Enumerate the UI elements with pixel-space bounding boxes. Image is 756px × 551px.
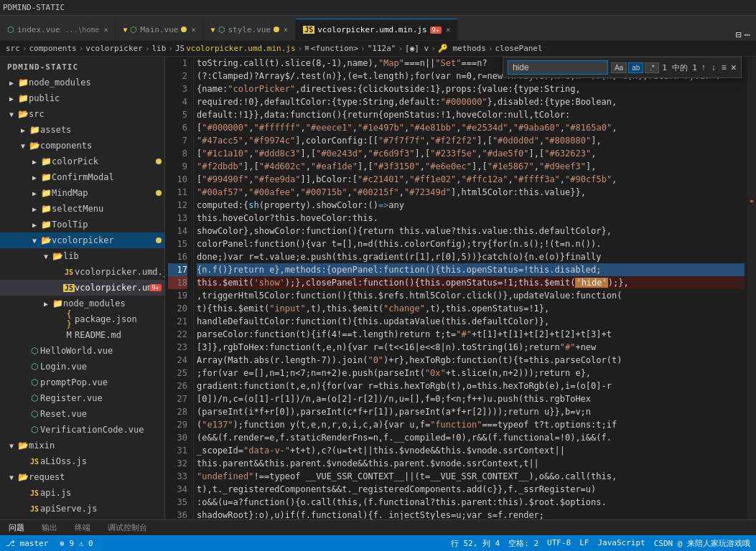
sidebar-item-request-folder[interactable]: ▼ 📂 request xyxy=(0,469,164,485)
js-file-icon: JS xyxy=(29,505,40,513)
feedback[interactable]: CSDN @ 来陪人家玩游戏哦 xyxy=(654,538,750,549)
code-line: colorPanel:function(){var t=[],n=d(this.… xyxy=(197,237,745,250)
sidebar-item-components[interactable]: ▼ 📂 components xyxy=(0,138,164,154)
vue-file-icon: ⬡ xyxy=(29,409,40,419)
sidebar-item-confirmmodal[interactable]: ▶ 📁 ConfirmModal xyxy=(0,169,164,185)
split-editor-icon[interactable]: ⊟ xyxy=(735,29,741,40)
status-bar: ⎇ master ⊗ 9 ⚠ 0 行 52, 列 4 空格: 2 UTF-8 L… xyxy=(0,535,756,551)
sidebar-item-label: lib xyxy=(63,251,164,261)
sidebar-item-lib[interactable]: ▼ 📂 lib xyxy=(0,248,164,264)
code-line: (e&&(f.render=e,f.staticRenderFns=n,f.__… xyxy=(197,431,745,444)
folder-open-icon: 📂 xyxy=(52,251,63,261)
sidebar-item-home[interactable]: JS home.js xyxy=(0,517,164,519)
code-line: default:!1}},data:function(){return{open… xyxy=(197,108,745,121)
panel-tab-debug[interactable]: 调试控制台 xyxy=(99,520,156,536)
find-close-button[interactable]: × xyxy=(731,62,737,73)
sidebar-item-colorpick[interactable]: ▶ 📁 colorPick xyxy=(0,154,164,169)
panel-tab-terminal[interactable]: 终端 xyxy=(66,520,99,536)
sidebar-item-selectmenu[interactable]: ▶ 📁 selectMenu xyxy=(0,201,164,217)
code-line: t){this.$emit("input",t),this.$emit("cha… xyxy=(197,302,745,315)
find-next-button[interactable]: ↓ xyxy=(710,62,717,72)
breadcrumb: src › components › vcolorpicker › lib › … xyxy=(0,41,756,57)
sidebar-item-verificationcode[interactable]: ⬡ VerificationCode.vue xyxy=(0,422,164,438)
git-branch[interactable]: ⎇ master xyxy=(6,539,48,548)
panel-tab-output[interactable]: 输出 xyxy=(33,520,66,536)
sidebar-item-vcolorpicker[interactable]: ▼ 📂 vcolorpicker xyxy=(0,232,164,248)
sidebar-item-readme[interactable]: M README.md xyxy=(0,327,164,343)
close-icon[interactable]: × xyxy=(284,26,288,34)
arrow-icon: ▼ xyxy=(210,26,215,34)
chevron-down-icon: ▼ xyxy=(29,237,40,245)
encoding[interactable]: UTF-8 xyxy=(547,538,571,549)
main-area: PDMIND-STATIC ▶ 📁 node_modules ▶ 📁 publi… xyxy=(0,57,756,519)
vue-file-icon: ⬡ xyxy=(29,377,40,387)
json-file-icon: { } xyxy=(63,309,75,329)
sidebar-item-promptpop[interactable]: ⬡ promptPop.vue xyxy=(0,375,164,390)
sidebar-item-alioss[interactable]: JS aLiOss.js xyxy=(0,453,164,469)
code-line: parseColor:function(t){if(4!==t.length)r… xyxy=(197,328,745,341)
code-line: handleDefaultColor:function(t){this.upda… xyxy=(197,315,745,328)
chevron-down-icon: ▼ xyxy=(40,253,52,260)
tab-label: style.vue xyxy=(228,25,271,34)
sidebar-item-mixin[interactable]: ▼ 📂 mixin xyxy=(0,438,164,453)
sidebar-item-vcolorpicker-umd-js[interactable]: JS vcolorpicker.umd.js xyxy=(0,264,164,280)
folder-open-icon: 📂 xyxy=(17,109,29,119)
sidebar-item-package-json[interactable]: { } package.json xyxy=(0,311,164,327)
sidebar-item-node-modules[interactable]: ▶ 📁 node_modules xyxy=(0,75,164,90)
vue-file-icon: ⬡ xyxy=(29,425,40,435)
app-menu[interactable]: PDMIND-STATIC xyxy=(3,3,65,12)
close-icon[interactable]: × xyxy=(191,26,195,34)
line-col[interactable]: 行 52, 列 4 xyxy=(451,538,500,549)
folder-icon: 📁 xyxy=(29,125,40,135)
spaces[interactable]: 空格: 2 xyxy=(508,538,538,549)
badge: 9+ xyxy=(430,27,442,34)
match-case-button[interactable]: Aa xyxy=(611,62,627,73)
code-editor[interactable]: 1 2 3 4 5 6 7 8 9 10 11 12 13 14 15 16 1 xyxy=(165,57,756,519)
find-menu-button[interactable]: ≡ xyxy=(720,62,728,72)
regex-button[interactable]: .* xyxy=(645,62,659,73)
sidebar-item-label: vcolorpicker.umd.js xyxy=(75,267,164,277)
tab-label: vcolorpicker.umd.min.js xyxy=(317,25,426,34)
whole-word-button[interactable]: ab xyxy=(628,62,643,73)
code-line: "#47acc5","#f9974c"],colorConfig:[["#7f7… xyxy=(197,134,745,147)
close-icon[interactable]: × xyxy=(446,26,450,34)
sidebar-item-tooltip[interactable]: ▶ 📁 ToolTip xyxy=(0,217,164,232)
sidebar-item-register[interactable]: ⬡ Register.vue xyxy=(0,390,164,406)
line-ending[interactable]: LF xyxy=(579,538,589,549)
code-line: _scopeId="data-v-"+t+t),c?(u=t+t||this.$… xyxy=(197,444,745,457)
sidebar-item-assets[interactable]: ▶ 📁 assets xyxy=(0,122,164,138)
sidebar-item-helloworld[interactable]: ⬡ HelloWorld.vue xyxy=(0,343,164,359)
sidebar-item-api[interactable]: JS api.js xyxy=(0,485,164,501)
code-line: showColor},showColor:function(){return t… xyxy=(197,225,745,237)
panel-tab-problems[interactable]: 问题 xyxy=(0,520,33,536)
language[interactable]: JavaScript xyxy=(597,538,645,549)
tab-style-vue[interactable]: ▼ ⬡ style.vue × xyxy=(203,19,296,40)
more-icon[interactable]: ⋯ xyxy=(745,29,750,40)
tab-vcolorpicker[interactable]: JS vcolorpicker.umd.min.js 9+ × xyxy=(296,19,458,40)
sidebar-item-label: aLiOss.js xyxy=(40,456,164,466)
modified-dot xyxy=(274,27,279,32)
code-line: Array(Math.abs(r.length-7)).join("0")+r}… xyxy=(197,354,745,367)
js-icon: JS xyxy=(303,26,314,34)
find-prev-button[interactable]: ↑ xyxy=(700,62,707,72)
close-icon[interactable]: × xyxy=(103,26,108,34)
code-line: "undefined"!==typeof __VUE_SSR_CONTEXT__… xyxy=(197,470,745,483)
sidebar-item-public[interactable]: ▶ 📁 public xyxy=(0,90,164,106)
sidebar-item-vcolorpicker-umd-min[interactable]: JS vcolorpicker.umd.m... 9+ xyxy=(0,280,164,296)
chevron-right-icon: ▶ xyxy=(17,126,29,134)
error-count[interactable]: ⊗ 9 ⚠ 0 xyxy=(60,539,93,548)
chevron-right-icon: ▶ xyxy=(29,189,40,197)
sidebar-item-label: promptPop.vue xyxy=(40,377,164,387)
sidebar-item-apiserve[interactable]: JS apiServe.js xyxy=(0,501,164,517)
sidebar-item-src[interactable]: ▼ 📂 src xyxy=(0,106,164,122)
find-input[interactable] xyxy=(508,60,608,75)
sidebar-item-login[interactable]: ⬡ Login.vue xyxy=(0,359,164,375)
sidebar-item-node-modules-inner[interactable]: ▶ 📁 node_modules xyxy=(0,296,164,311)
tab-index-vue[interactable]: ⬡ index.vue ...∖home × xyxy=(0,19,116,40)
sidebar-item-label: node_modules xyxy=(29,77,164,88)
sidebar-item-reset[interactable]: ⬡ Reset.vue xyxy=(0,406,164,422)
sidebar-item-label: Reset.vue xyxy=(40,409,164,419)
tab-main-vue[interactable]: ▼ ⬡ Main.vue × xyxy=(116,19,203,40)
sidebar-item-mindmap[interactable]: ▶ 📁 MindMap xyxy=(0,185,164,201)
code-line: ("e137");function y(t,e,n,r,o,i,c,a){var… xyxy=(197,418,745,431)
